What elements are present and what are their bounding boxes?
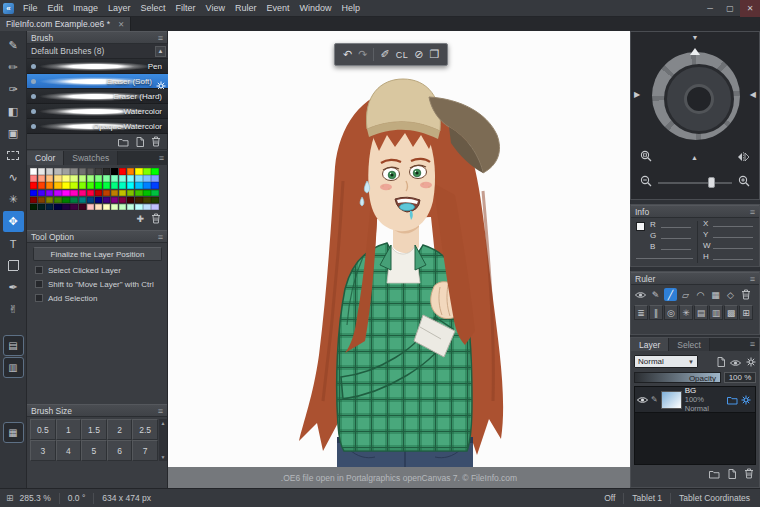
swatch-2-15[interactable] [151, 182, 158, 189]
brush-size-2[interactable]: 2 [107, 419, 133, 440]
lasso-tool[interactable]: ∿ [3, 167, 24, 188]
swatch-0-2[interactable] [46, 168, 53, 175]
panel-menu-icon[interactable]: ≡ [159, 153, 164, 163]
brush-item-3[interactable]: Watercolor [27, 104, 168, 119]
layer-options-icon[interactable] [741, 391, 751, 409]
swatch-5-8[interactable] [95, 204, 102, 211]
swatch-1-5[interactable] [70, 175, 77, 182]
ruler-concentric-icon[interactable]: ◎ [664, 305, 678, 320]
swatch-5-0[interactable] [30, 204, 37, 211]
maximize-icon[interactable]: ▢ [720, 0, 740, 17]
zoom-slider-handle[interactable] [708, 177, 715, 188]
swatch-2-5[interactable] [70, 182, 77, 189]
swatch-0-4[interactable] [62, 168, 69, 175]
new-layer-icon[interactable] [717, 353, 725, 371]
layer-visibility-icon[interactable] [730, 353, 741, 371]
swatch-4-1[interactable] [38, 197, 45, 204]
swatch-5-7[interactable] [87, 204, 94, 211]
swatch-3-8[interactable] [95, 190, 102, 197]
swatch-3-9[interactable] [103, 190, 110, 197]
trash-icon[interactable] [151, 133, 161, 151]
scroll-up-icon[interactable]: ▲ [161, 420, 166, 426]
swatch-2-7[interactable] [87, 182, 94, 189]
swatch-2-0[interactable] [30, 182, 37, 189]
swatch-2-6[interactable] [79, 182, 86, 189]
swatch-0-13[interactable] [135, 168, 142, 175]
swatch-3-1[interactable] [38, 190, 45, 197]
rotation-dial[interactable] [652, 52, 740, 140]
pencil-tool[interactable]: ✏ [3, 57, 24, 78]
checkbox[interactable] [35, 294, 43, 302]
swatch-0-11[interactable] [119, 168, 126, 175]
panel-menu-icon[interactable]: ≡ [750, 207, 755, 217]
swatch-2-9[interactable] [103, 182, 110, 189]
blend-mode-select[interactable]: Normal ▼ [634, 355, 698, 368]
swatch-2-11[interactable] [119, 182, 126, 189]
disable-icon[interactable]: ⊘ [414, 48, 423, 61]
menu-event[interactable]: Event [261, 3, 294, 13]
ruler-pen-icon[interactable]: ✎ [649, 288, 662, 301]
brush-size-2.5[interactable]: 2.5 [132, 419, 158, 440]
swatch-2-13[interactable] [135, 182, 142, 189]
swatch-1-14[interactable] [143, 175, 150, 182]
swatch-2-2[interactable] [46, 182, 53, 189]
swatch-1-4[interactable] [62, 175, 69, 182]
finalize-layer-button[interactable]: Finalize the Layer Position [33, 247, 162, 261]
panel-toggle-left[interactable]: ▤ [3, 335, 24, 356]
folder-icon[interactable] [118, 133, 129, 151]
swatch-0-5[interactable] [70, 168, 77, 175]
swatch-5-14[interactable] [143, 204, 150, 211]
airbrush-tool[interactable]: ✑ [3, 79, 24, 100]
new-page-icon[interactable] [136, 133, 144, 151]
swatch-0-8[interactable] [95, 168, 102, 175]
brush-size-6[interactable]: 6 [107, 440, 133, 461]
tab-select[interactable]: Select [669, 338, 710, 351]
swatch-5-6[interactable] [79, 204, 86, 211]
ruler-hlines-icon[interactable]: ▤ [694, 305, 708, 320]
swatch-4-11[interactable] [119, 197, 126, 204]
ruler-parallelogram-icon[interactable]: ▱ [679, 288, 692, 301]
ruler-diamond-icon[interactable]: ◇ [724, 288, 737, 301]
menu-filter[interactable]: Filter [171, 3, 201, 13]
panel-menu-icon[interactable]: ≡ [158, 406, 163, 416]
swatch-0-12[interactable] [127, 168, 134, 175]
flip-horizontal-icon[interactable] [737, 148, 750, 166]
menu-layer[interactable]: Layer [103, 3, 136, 13]
panel-menu-icon[interactable]: ≡ [750, 339, 755, 349]
swatch-5-4[interactable] [62, 204, 69, 211]
ruler-curve-icon[interactable]: ◠ [694, 288, 707, 301]
zoom-out-icon[interactable] [640, 173, 652, 191]
opacity-value[interactable]: 100 % [724, 372, 756, 383]
swatch-3-10[interactable] [111, 190, 118, 197]
brush-size-5[interactable]: 5 [81, 440, 107, 461]
fill-tool[interactable]: ◧ [3, 101, 24, 122]
ruler-hatch-icon[interactable]: ▩ [724, 305, 738, 320]
swatch-2-3[interactable] [54, 182, 61, 189]
swatch-1-0[interactable] [30, 175, 37, 182]
swatch-1-11[interactable] [119, 175, 126, 182]
ruler-line-icon[interactable]: ╱ [664, 288, 677, 301]
stamp-tool[interactable]: ▣ [3, 123, 24, 144]
swatch-0-3[interactable] [54, 168, 61, 175]
ruler-radial-icon[interactable]: ✳ [679, 305, 693, 320]
scroll-up-icon[interactable]: ▲ [691, 154, 698, 161]
swatch-4-14[interactable] [143, 197, 150, 204]
swatch-4-2[interactable] [46, 197, 53, 204]
swatch-3-15[interactable] [151, 190, 158, 197]
swatch-1-7[interactable] [87, 175, 94, 182]
swatch-5-1[interactable] [38, 204, 45, 211]
add-swatch-icon[interactable]: ✚ [136, 214, 144, 224]
brush-size-scrollbar[interactable]: ▲▼ [159, 419, 167, 461]
zoom-in-icon[interactable] [738, 173, 750, 191]
swatch-1-12[interactable] [127, 175, 134, 182]
swatch-5-13[interactable] [135, 204, 142, 211]
swatch-1-13[interactable] [135, 175, 142, 182]
swatch-1-10[interactable] [111, 175, 118, 182]
swatch-0-15[interactable] [151, 168, 158, 175]
swatch-5-12[interactable] [127, 204, 134, 211]
brush-group-selector[interactable]: Default Brushes (8) ▲ [27, 44, 168, 59]
swatch-1-3[interactable] [54, 175, 61, 182]
swatch-2-10[interactable] [111, 182, 118, 189]
ruler-lines-icon[interactable]: ≣ [634, 305, 648, 320]
text-tool[interactable]: T [3, 233, 24, 254]
